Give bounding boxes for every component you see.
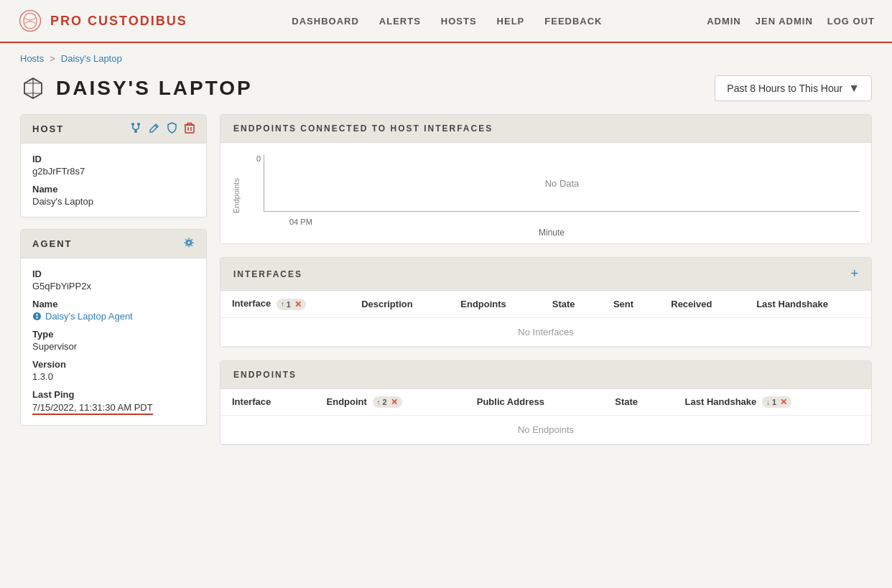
endpoints-no-data: No Endpoints xyxy=(220,416,871,444)
nav-dashboard[interactable]: DASHBOARD xyxy=(292,16,359,27)
interface-col-description: Description xyxy=(350,291,449,317)
left-panel: HOST xyxy=(20,114,207,445)
shield-icon[interactable] xyxy=(167,122,177,136)
endpoints-section: ENDPOINTS Interface Endpoint ↑ 2 ✕ xyxy=(220,360,872,446)
host-card-header: HOST xyxy=(21,115,206,144)
breadcrumb-separator: > xyxy=(50,53,55,64)
logo: PRO CUSTODIBUS xyxy=(17,8,187,34)
breadcrumb: Hosts > Daisy's Laptop xyxy=(0,43,892,70)
svg-point-0 xyxy=(20,11,41,32)
agent-card: AGENT ID G5qFbYiPP2x Name xyxy=(20,229,207,426)
logo-text: PRO CUSTODIBUS xyxy=(50,14,187,29)
svg-rect-16 xyxy=(37,317,38,319)
host-id-value: g2bJrFTr8s7 xyxy=(32,166,195,177)
main-content: HOST xyxy=(0,114,892,465)
agent-id-value: G5qFbYiPP2x xyxy=(32,281,195,291)
hs-filter-clear-icon[interactable]: ✕ xyxy=(780,397,787,407)
agent-id-label: ID xyxy=(32,269,195,279)
nav-help[interactable]: HELP xyxy=(497,16,525,27)
svg-rect-8 xyxy=(185,125,194,133)
endpoint-col-interface: Interface xyxy=(220,389,315,416)
svg-point-3 xyxy=(134,130,137,133)
nav-logout[interactable]: LOG OUT xyxy=(827,16,875,27)
interfaces-no-data: No Interfaces xyxy=(220,317,871,346)
hs-sort-num: 1 xyxy=(772,398,776,406)
agent-card-body: ID G5qFbYiPP2x Name Daisy's Laptop Agent… xyxy=(21,258,206,425)
agent-name-text: Daisy's Laptop Agent xyxy=(45,311,133,322)
endpoints-chart-section: ENDPOINTS CONNECTED TO HOST INTERFACES E… xyxy=(220,114,872,244)
filter-clear-icon[interactable]: ✕ xyxy=(294,299,302,309)
agent-name-link[interactable]: Daisy's Laptop Agent xyxy=(32,311,195,322)
handshake-sort-badge[interactable]: ↓ 1 ✕ xyxy=(762,396,791,408)
interfaces-section: INTERFACES + Interface ↑ 1 ✕ xyxy=(220,257,872,347)
add-interface-button[interactable]: + xyxy=(850,266,858,281)
agent-type-label: Type xyxy=(32,329,195,340)
col-received-label: Received xyxy=(671,299,712,309)
nav-admin[interactable]: ADMIN xyxy=(707,16,741,27)
endpoints-header: ENDPOINTS xyxy=(220,361,871,389)
svg-point-1 xyxy=(131,123,134,126)
host-card-actions xyxy=(130,122,195,136)
chart-area: Endpoints 0 No Data 04 PM xyxy=(220,143,871,243)
delete-icon[interactable] xyxy=(185,122,195,136)
agent-type-value: Supervisor xyxy=(32,341,195,352)
sort-num: 1 xyxy=(287,300,291,309)
host-card-body: ID g2bJrFTr8s7 Name Daisy's Laptop xyxy=(21,144,206,217)
agent-card-title: AGENT xyxy=(32,238,73,249)
nav-links: DASHBOARD ALERTS HOSTS HELP FEEDBACK xyxy=(292,16,602,27)
nav-alerts[interactable]: ALERTS xyxy=(379,16,421,27)
ep-filter-clear-icon[interactable]: ✕ xyxy=(391,397,398,407)
chart-no-data: No Data xyxy=(545,177,580,188)
agent-version-label: Version xyxy=(32,359,195,370)
nav-jen-admin[interactable]: JEN ADMIN xyxy=(756,16,813,27)
hs-sort-down-arrow: ↓ xyxy=(766,398,770,406)
fork-icon[interactable] xyxy=(130,122,141,136)
top-nav: PRO CUSTODIBUS DASHBOARD ALERTS HOSTS HE… xyxy=(0,0,892,43)
agent-card-actions xyxy=(183,237,195,251)
ep-col-address-label: Public Address xyxy=(477,396,544,407)
gear-icon[interactable] xyxy=(183,237,195,251)
endpoints-chart-header: ENDPOINTS CONNECTED TO HOST INTERFACES xyxy=(220,115,871,143)
col-sent-label: Sent xyxy=(613,299,633,309)
breadcrumb-hosts[interactable]: Hosts xyxy=(20,53,44,64)
endpoints-no-data-row: No Endpoints xyxy=(220,416,871,444)
breadcrumb-current[interactable]: Daisy's Laptop xyxy=(61,53,122,64)
y-axis-label: Endpoints xyxy=(232,167,241,225)
endpoint-col-endpoint: Endpoint ↑ 2 ✕ xyxy=(315,389,465,416)
host-name-value: Daisy's Laptop xyxy=(32,196,195,207)
interface-col-state: State xyxy=(541,291,602,317)
time-selector-button[interactable]: Past 8 Hours to This Hour ▼ xyxy=(715,75,872,101)
ep-col-interface-label: Interface xyxy=(232,396,271,407)
host-card: HOST xyxy=(20,114,207,218)
svg-line-6 xyxy=(133,129,136,130)
host-cube-icon xyxy=(20,75,46,101)
col-endpoints-label: Endpoints xyxy=(460,299,506,309)
interface-col-handshake: Last Handshake xyxy=(745,291,871,317)
agent-last-ping-value: 7/15/2022, 11:31:30 AM PDT xyxy=(32,402,153,415)
svg-point-12 xyxy=(187,241,191,245)
interface-sort-badge[interactable]: ↑ 1 ✕ xyxy=(277,299,306,310)
chart-content: No Data xyxy=(264,154,860,212)
chevron-down-icon: ▼ xyxy=(848,82,860,95)
chart-y-zero: 0 xyxy=(256,154,261,163)
svg-point-15 xyxy=(36,314,37,315)
endpoint-sort-badge[interactable]: ↑ 2 ✕ xyxy=(373,396,402,408)
host-id-label: ID xyxy=(32,154,195,164)
page-title: DAISY'S LAPTOP xyxy=(56,77,253,100)
interface-col-interface: Interface ↑ 1 ✕ xyxy=(220,291,350,317)
nav-feedback[interactable]: FEEDBACK xyxy=(544,16,602,27)
nav-right: ADMIN JEN ADMIN LOG OUT xyxy=(707,16,875,27)
sort-up-arrow: ↑ xyxy=(281,300,284,308)
edit-icon[interactable] xyxy=(149,123,159,136)
interface-col-sent: Sent xyxy=(602,291,659,317)
host-card-title: HOST xyxy=(32,123,64,134)
ep-col-handshake-label: Last Handshake xyxy=(685,396,757,407)
endpoints-title: ENDPOINTS xyxy=(233,370,297,380)
col-interface-label: Interface xyxy=(232,298,271,309)
svg-line-7 xyxy=(136,129,139,130)
nav-hosts[interactable]: HOSTS xyxy=(441,16,477,27)
agent-card-header: AGENT xyxy=(21,230,206,258)
interfaces-header: INTERFACES + xyxy=(220,258,871,291)
endpoints-table: Interface Endpoint ↑ 2 ✕ Public Address … xyxy=(220,389,871,445)
svg-point-2 xyxy=(137,123,140,126)
